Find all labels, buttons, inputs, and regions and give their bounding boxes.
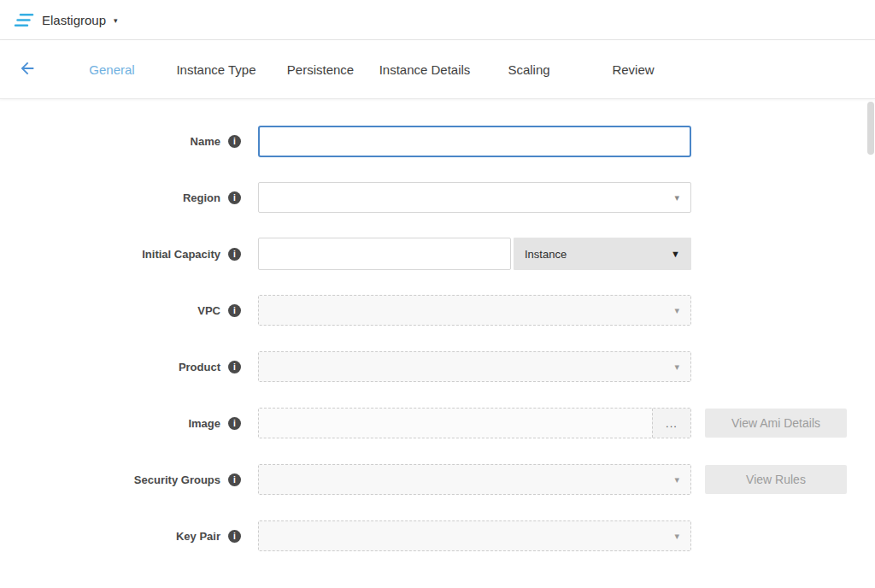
info-icon[interactable]: i: [228, 417, 241, 430]
form-row-vpc: VPC i ▾: [0, 294, 875, 326]
tab-review[interactable]: Review: [581, 56, 685, 84]
initial-capacity-label: Initial Capacity: [142, 248, 220, 261]
wizard-tabs: General Instance Type Persistence Instan…: [60, 56, 685, 84]
vpc-select[interactable]: ▾: [258, 295, 691, 326]
product-label: Product: [179, 361, 220, 373]
tab-general[interactable]: General: [60, 56, 164, 84]
tab-persistence[interactable]: Persistence: [268, 56, 373, 84]
wizard-nav: General Instance Type Persistence Instan…: [0, 40, 875, 99]
tab-instance-details[interactable]: Instance Details: [373, 56, 477, 84]
info-icon[interactable]: i: [228, 191, 241, 204]
vpc-label: VPC: [197, 304, 220, 317]
form-row-security-groups: Security Groups i ▾ View Rules: [0, 463, 875, 496]
chevron-down-icon: ▾: [674, 362, 679, 373]
view-ami-details-button[interactable]: View Ami Details: [705, 409, 847, 438]
app-switcher[interactable]: Elastigroup ▾: [14, 13, 118, 27]
initial-capacity-input[interactable]: [258, 238, 511, 270]
chevron-down-icon: ▾: [114, 15, 118, 25]
region-label: Region: [183, 191, 220, 204]
chevron-down-icon: ▼: [671, 249, 680, 259]
app-switcher-label: Elastigroup: [42, 13, 106, 27]
image-label: Image: [188, 417, 220, 430]
form-row-product: Product i ▾: [0, 350, 875, 383]
info-icon[interactable]: i: [228, 530, 241, 543]
capacity-unit-select[interactable]: Instance ▼: [514, 238, 691, 270]
back-button[interactable]: [17, 59, 38, 79]
product-select[interactable]: ▾: [258, 351, 691, 382]
form-row-initial-capacity: Initial Capacity i Instance ▼: [0, 238, 875, 270]
back-arrow-icon: [18, 68, 37, 80]
chevron-down-icon: ▾: [674, 192, 679, 203]
info-icon[interactable]: i: [228, 135, 241, 148]
info-icon[interactable]: i: [228, 361, 241, 373]
capacity-unit-value: Instance: [525, 248, 567, 261]
image-input-group: ...: [258, 408, 691, 438]
chevron-down-icon: ▾: [674, 474, 679, 485]
vertical-scrollbar-thumb[interactable]: [867, 102, 874, 155]
top-app-bar: Elastigroup ▾: [0, 0, 875, 40]
elastigroup-logo-icon: [14, 13, 34, 27]
image-browse-button[interactable]: ...: [652, 409, 690, 438]
view-rules-button[interactable]: View Rules: [705, 465, 847, 494]
region-select[interactable]: ▾: [258, 182, 691, 213]
form-row-name: Name i: [0, 125, 875, 157]
form-row-region: Region i ▾: [0, 181, 875, 214]
tab-scaling[interactable]: Scaling: [477, 56, 581, 84]
general-form: Name i Region i ▾ Initial Capacity i Ins: [0, 99, 875, 552]
chevron-down-icon: ▾: [674, 531, 679, 542]
key-pair-select[interactable]: ▾: [258, 520, 691, 551]
form-row-image: Image i ... View Ami Details: [0, 407, 875, 439]
name-label: Name: [191, 135, 220, 148]
chevron-down-icon: ▾: [674, 305, 679, 316]
info-icon[interactable]: i: [228, 473, 241, 486]
security-groups-label: Security Groups: [134, 473, 220, 486]
info-icon[interactable]: i: [228, 304, 241, 317]
form-row-key-pair: Key Pair i ▾: [0, 520, 875, 552]
image-value: [259, 409, 652, 438]
name-input[interactable]: [258, 126, 691, 157]
tab-instance-type[interactable]: Instance Type: [164, 56, 268, 84]
security-groups-select[interactable]: ▾: [258, 464, 691, 495]
key-pair-label: Key Pair: [176, 530, 220, 543]
info-icon[interactable]: i: [228, 248, 241, 261]
